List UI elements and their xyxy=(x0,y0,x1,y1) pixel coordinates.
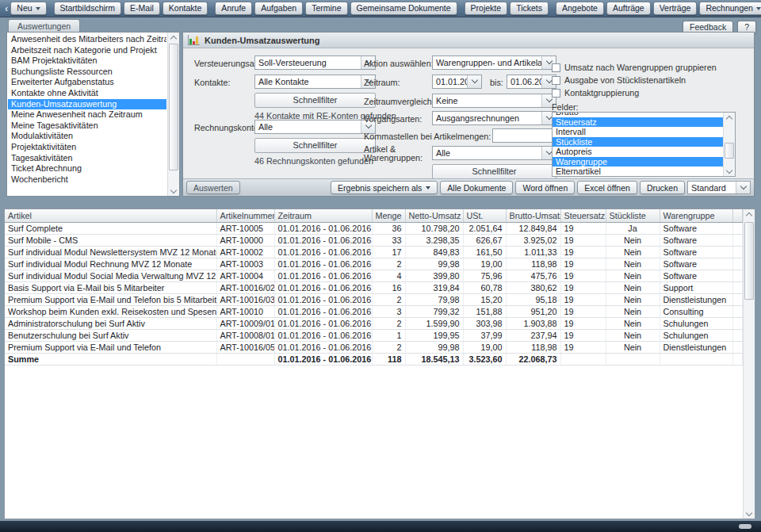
resize-grip[interactable] xyxy=(739,524,751,529)
checkbox-icon[interactable] xyxy=(552,63,560,72)
felder-option-steuersatz[interactable]: Steuersatz xyxy=(553,117,723,128)
felder-listbox[interactable]: BruttoSteuersatzIntervallStücklisteAutop… xyxy=(552,112,736,177)
open-excel-button[interactable]: Excel öffnen xyxy=(577,181,637,194)
checkbox-row-stuecklisten[interactable]: Ausgabe von Stücklistenartikeln xyxy=(552,75,686,85)
sidebar-scrollbar[interactable] xyxy=(167,33,179,196)
rechnungskonten-select[interactable]: Alle xyxy=(254,120,376,134)
sidebar-item-bam-projektaktivitaeten[interactable]: BAM Projektaktivitäten xyxy=(8,55,166,67)
sidebar-item-erweiterter-aufgabenstatus[interactable]: Erweiterter Aufgabenstatus xyxy=(8,77,166,88)
chevron-down-icon[interactable] xyxy=(467,75,481,88)
scroll-up-button[interactable] xyxy=(744,209,755,220)
sidebar-item-kontakte-ohne-aktivitaet[interactable]: Kontakte ohne Aktivität xyxy=(8,88,166,99)
column-header-steuersatz[interactable]: Steuersatz xyxy=(560,209,606,223)
aktion-select[interactable]: Warengruppen- und Artikelauswertung xyxy=(432,55,556,70)
sidebar-item-tagesaktivitaeten[interactable]: Tagesaktivitäten xyxy=(8,153,166,164)
toolbar-button-vertraege[interactable]: Verträge xyxy=(653,2,698,15)
table-row[interactable]: Premium Support via E-Mail und TelefonAR… xyxy=(5,342,743,354)
table-row[interactable]: Surf Mobile - CMSART-1000001.01.2016 - 0… xyxy=(5,235,743,247)
toolbar-button-startbildschirm[interactable]: Startbildschirm xyxy=(54,2,121,15)
toolbar-button-aufgaben[interactable]: Aufgaben xyxy=(254,2,303,15)
table-row[interactable]: Workshop beim Kunden exkl. Reisekosten u… xyxy=(5,306,743,318)
artikel-warengruppen-select[interactable]: Alle xyxy=(432,146,556,160)
kontakte-select[interactable]: Alle Kontakte xyxy=(254,75,376,89)
scroll-left-icon[interactable]: ‹ xyxy=(2,1,10,17)
column-header-warengruppe[interactable]: Warengruppe xyxy=(660,209,732,223)
scroll-up-button[interactable] xyxy=(168,33,179,43)
chevron-down-icon[interactable] xyxy=(736,182,750,193)
felder-option-elternartikel[interactable]: Elternartikel xyxy=(553,166,723,176)
scrollbar-thumb[interactable] xyxy=(744,222,754,300)
schnellfilter-kontakte-button[interactable]: Schnellfilter xyxy=(254,93,376,108)
scroll-up-button[interactable] xyxy=(724,113,735,123)
column-header-artikelnummer[interactable]: Artikelnummer xyxy=(216,209,274,223)
toolbar-button-tickets[interactable]: Tickets xyxy=(510,2,549,15)
sidebar-item-buchungsliste-ressourcen[interactable]: Buchungsliste Ressourcen xyxy=(8,67,166,78)
sidebar-item-wochenbericht[interactable]: Wochenbericht xyxy=(8,174,166,186)
felder-option-stueckliste[interactable]: Stückliste xyxy=(553,137,723,147)
table-scrollbar[interactable] xyxy=(743,209,755,519)
profile-select[interactable]: Standard xyxy=(687,181,751,194)
felder-option-autopreis[interactable]: Autopreis xyxy=(553,147,723,157)
schnellfilter-artikel-button[interactable]: Schnellfilter xyxy=(432,164,556,179)
table-row[interactable]: Surf individual Modul Social Media Verwa… xyxy=(5,270,743,282)
toolbar-button-projekte[interactable]: Projekte xyxy=(465,2,508,15)
auswerten-button[interactable]: Auswerten xyxy=(186,181,240,194)
toolbar-button-auftraege[interactable]: Aufträge xyxy=(606,2,651,15)
checkbox-row-kontaktgruppierung[interactable]: Kontaktgruppierung xyxy=(552,88,639,98)
zeitraumvergleich-select[interactable]: Keine xyxy=(432,94,556,108)
felder-option-warengruppe[interactable]: Warengruppe xyxy=(553,157,723,167)
table-row[interactable]: Surf individual Modul Rechnung MVZ 12 Mo… xyxy=(5,258,743,270)
sidebar-item-projektaktivitaeten[interactable]: Projektaktivitäten xyxy=(8,142,166,153)
kommastellen-input[interactable] xyxy=(492,128,556,143)
sidebar-item-anwesenheit-des-mitarbeiters-nach-zeitraum[interactable]: Anwesenheit des Mitarbeiters nach Zeitra… xyxy=(8,34,166,45)
scrollbar-thumb[interactable] xyxy=(169,44,178,170)
toolbar-button-rechnungen[interactable]: Rechnungen xyxy=(699,2,761,15)
checkbox-row-gruppieren[interactable]: Umsatz nach Warengruppen gruppieren xyxy=(552,63,717,72)
checkbox-icon[interactable] xyxy=(552,76,560,85)
table-row[interactable]: Premium Support via E-Mail und Telefon b… xyxy=(5,294,743,306)
column-header-ust[interactable]: USt. xyxy=(463,209,506,223)
toolbar-button-anrufe[interactable]: Anrufe xyxy=(215,2,252,15)
print-button[interactable]: Drucken xyxy=(640,181,685,194)
toolbar-button-angebote[interactable]: Angebote xyxy=(556,2,604,15)
column-header-brutto[interactable]: Brutto-Umsatz xyxy=(506,209,560,223)
sidebar-item-kunden-umsatzauswertung[interactable]: Kunden-Umsatzauswertung xyxy=(8,99,166,110)
toolbar-button-neu[interactable]: Neu xyxy=(10,2,46,15)
toolbar-button-e-mail[interactable]: E-Mail xyxy=(124,2,160,15)
toolbar-button-kontakte[interactable]: Kontakte xyxy=(163,2,208,15)
open-word-button[interactable]: Word öffnen xyxy=(515,181,575,194)
versteuerungsart-select[interactable]: Soll-Versteuerung xyxy=(254,55,376,70)
vorgangsarten-select[interactable]: Ausgangsrechnungen xyxy=(432,111,556,125)
sidebar-item-arbeitszeit-nach-kategorie-und-projekt[interactable]: Arbeitszeit nach Kategorie und Projekt xyxy=(8,45,166,56)
felder-option-intervall[interactable]: Intervall xyxy=(553,127,723,137)
column-header-menge[interactable]: Menge xyxy=(372,209,405,223)
table-row[interactable]: Surf individual Modul Newslettersystem M… xyxy=(5,247,743,258)
table-row[interactable]: Surf CompleteART-1000501.01.2016 - 01.06… xyxy=(5,223,743,235)
scroll-down-button[interactable] xyxy=(744,508,755,519)
column-header-artikel[interactable]: Artikel xyxy=(5,209,216,223)
table-row[interactable]: Basis Support via E-Mail bis 5 Mitarbeit… xyxy=(5,282,743,294)
column-header-stueckliste[interactable]: Stückliste xyxy=(606,209,660,223)
scroll-down-button[interactable] xyxy=(724,166,735,176)
toolbar-button-termine[interactable]: Termine xyxy=(305,2,347,15)
felder-scrollbar[interactable] xyxy=(723,113,735,176)
tab-auswertungen[interactable]: Auswertungen xyxy=(8,19,80,33)
column-header-netto[interactable]: Netto-Umsatz xyxy=(405,209,463,223)
save-result-as-button[interactable]: Ergebnis speichern als xyxy=(331,181,438,194)
scrollbar-thumb[interactable] xyxy=(725,143,734,159)
sidebar-item-ticket-abrechnung[interactable]: Ticket Abrechnung xyxy=(8,163,166,174)
scroll-down-button[interactable] xyxy=(168,186,179,196)
table-row[interactable]: Summe01.01.2016 - 01.06.201611818.545,13… xyxy=(5,354,743,366)
column-header-zeitraum[interactable]: Zeitraum xyxy=(274,209,372,223)
sidebar-item-modulaktivitaeten[interactable]: Modulaktivitäten xyxy=(8,131,166,142)
zeitraum-von-date[interactable]: 01.01.2016 xyxy=(432,75,482,89)
sidebar-item-meine-tagesaktivitaeten[interactable]: Meine Tagesaktivitäten xyxy=(8,121,166,132)
toolbar-button-gemeinsame-dokumente[interactable]: Gemeinsame Dokumente xyxy=(350,2,457,15)
checkbox-icon[interactable] xyxy=(552,89,560,98)
sidebar-item-meine-anwesenheit-nach-zeitraum[interactable]: Meine Anwesenheit nach Zeitraum xyxy=(8,109,166,121)
table-row[interactable]: Benutzerschulung bei Surf AktivART-10008… xyxy=(5,330,743,342)
all-documents-button[interactable]: Alle Dokumente xyxy=(440,181,513,194)
schnellfilter-rechnungskonten-button[interactable]: Schnellfilter xyxy=(254,138,376,153)
table-row[interactable]: Administratorschulung bei Surf AktivART-… xyxy=(5,318,743,330)
zeitraum-bis-date[interactable]: 01.06.2016 xyxy=(507,75,556,89)
